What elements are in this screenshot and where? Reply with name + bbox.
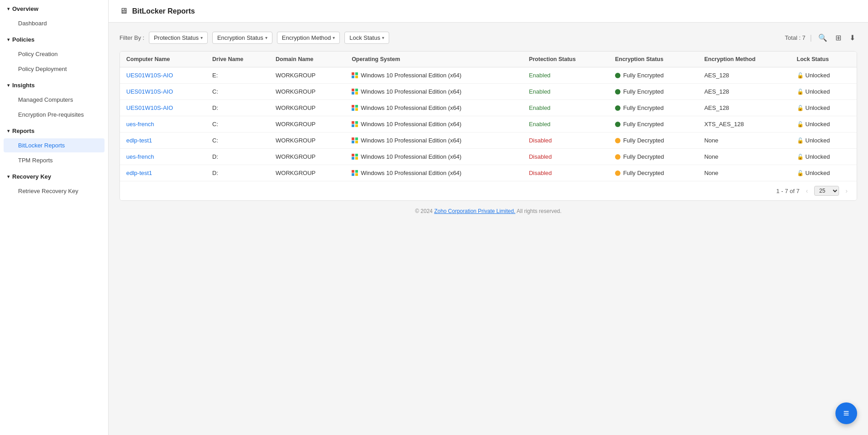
enc-dot-5 <box>615 154 620 160</box>
chevron-encryption-method-icon: ▾ <box>333 35 335 40</box>
filter-right-actions: Total : 7 | 🔍 ⊞ ⬇ <box>785 32 857 44</box>
sidebar-section-reports[interactable]: ▾ Reports <box>0 122 108 138</box>
main-content: 🖥 BitLocker Reports Filter By : Protecti… <box>109 0 868 435</box>
filter-encryption-status[interactable]: Encryption Status ▾ <box>212 32 272 44</box>
sidebar-section-policies[interactable]: ▾ Policies <box>0 31 108 47</box>
download-button[interactable]: ⬇ <box>848 32 857 44</box>
computer-link-1[interactable]: UES01W10S-AIO <box>126 88 173 95</box>
table-row: edlp-test1 D: WORKGROUP Windows 10 Profe… <box>120 165 857 181</box>
cell-drive-5: D: <box>206 149 269 165</box>
sidebar-section-insights[interactable]: ▾ Insights <box>0 76 108 92</box>
sidebar-item-dashboard[interactable]: Dashboard <box>4 16 105 30</box>
cell-os-3: Windows 10 Professional Edition (x64) <box>345 116 523 132</box>
filter-encryption-method-label: Encryption Method <box>282 34 331 41</box>
cell-encryption-6: Fully Decrypted <box>609 165 698 181</box>
sidebar-item-managed-computers[interactable]: Managed Computers <box>4 93 105 107</box>
filter-protection-status[interactable]: Protection Status ▾ <box>149 32 208 44</box>
cell-protection-0: Enabled <box>523 67 609 84</box>
sidebar: ▾ Overview Dashboard ▾ Policies Policy C… <box>0 0 109 435</box>
page-header: 🖥 BitLocker Reports <box>109 0 868 23</box>
col-os: Operating System <box>345 52 523 67</box>
cell-computer-3: ues-french <box>120 116 206 132</box>
enc-dot-3 <box>615 122 620 127</box>
sidebar-section-overview[interactable]: ▾ Overview <box>0 0 108 16</box>
prev-page-button[interactable]: ‹ <box>803 186 811 195</box>
enc-dot-6 <box>615 170 620 176</box>
cell-domain-3: WORKGROUP <box>269 116 345 132</box>
cell-protection-4: Disabled <box>523 132 609 149</box>
lock-icon-1: 🔓 <box>797 89 804 95</box>
sidebar-item-retrieve-recovery-key[interactable]: Retrieve Recovery Key <box>4 184 105 198</box>
footer-suffix: All rights reserved. <box>515 208 562 214</box>
os-icon-0 <box>352 72 358 79</box>
sidebar-item-policy-creation[interactable]: Policy Creation <box>4 47 105 61</box>
enc-dot-1 <box>615 89 620 95</box>
lock-icon-0: 🔓 <box>797 72 804 79</box>
page-title: BitLocker Reports <box>132 7 195 15</box>
sidebar-section-recovery-key-label: Recovery Key <box>12 173 51 180</box>
filter-lock-status[interactable]: Lock Status ▾ <box>344 32 389 44</box>
page-size-select[interactable]: 25 50 100 <box>814 186 839 196</box>
cell-method-6: None <box>698 165 790 181</box>
sidebar-section-recovery-key[interactable]: ▾ Recovery Key <box>0 168 108 184</box>
cell-drive-6: D: <box>206 165 269 181</box>
col-lock-status: Lock Status <box>791 52 857 67</box>
cell-encryption-5: Fully Decrypted <box>609 149 698 165</box>
os-icon-3 <box>352 121 358 128</box>
filter-protection-status-label: Protection Status <box>154 34 199 41</box>
divider: | <box>810 34 812 42</box>
data-table: Computer Name Drive Name Domain Name Ope… <box>120 52 857 181</box>
lock-icon-4: 🔓 <box>797 137 804 144</box>
cell-computer-0: UES01W10S-AIO <box>120 67 206 84</box>
computer-link-6[interactable]: edlp-test1 <box>126 170 152 176</box>
cell-method-3: XTS_AES_128 <box>698 116 790 132</box>
cell-domain-5: WORKGROUP <box>269 149 345 165</box>
cell-protection-6: Disabled <box>523 165 609 181</box>
chevron-insights-icon: ▾ <box>7 83 10 88</box>
col-encryption-status: Encryption Status <box>609 52 698 67</box>
computer-link-2[interactable]: UES01W10S-AIO <box>126 104 173 111</box>
computer-link-3[interactable]: ues-french <box>126 121 154 128</box>
computer-link-0[interactable]: UES01W10S-AIO <box>126 72 173 79</box>
search-button[interactable]: 🔍 <box>816 32 829 44</box>
filter-encryption-method[interactable]: Encryption Method ▾ <box>277 32 340 44</box>
enc-dot-0 <box>615 73 620 78</box>
grid-view-button[interactable]: ⊞ <box>834 32 843 44</box>
enc-dot-4 <box>615 138 620 143</box>
cell-drive-0: E: <box>206 67 269 84</box>
computer-link-4[interactable]: edlp-test1 <box>126 137 152 144</box>
filter-encryption-status-label: Encryption Status <box>217 34 263 41</box>
cell-domain-6: WORKGROUP <box>269 165 345 181</box>
table-row: UES01W10S-AIO D: WORKGROUP Windows 10 Pr… <box>120 100 857 116</box>
chevron-lock-status-icon: ▾ <box>382 35 384 40</box>
fab-menu-button[interactable]: ≡ <box>835 402 857 424</box>
sidebar-item-policy-deployment[interactable]: Policy Deployment <box>4 62 105 76</box>
cell-os-4: Windows 10 Professional Edition (x64) <box>345 132 523 149</box>
sidebar-item-tpm-reports[interactable]: TPM Reports <box>4 153 105 167</box>
table-row: UES01W10S-AIO C: WORKGROUP Windows 10 Pr… <box>120 84 857 100</box>
footer-link[interactable]: Zoho Corporation Private Limited. <box>434 208 515 214</box>
cell-encryption-4: Fully Decrypted <box>609 132 698 149</box>
table-row: edlp-test1 C: WORKGROUP Windows 10 Profe… <box>120 132 857 149</box>
next-page-button[interactable]: › <box>843 186 850 195</box>
cell-os-6: Windows 10 Professional Edition (x64) <box>345 165 523 181</box>
sidebar-section-overview-label: Overview <box>12 5 38 12</box>
col-domain-name: Domain Name <box>269 52 345 67</box>
col-encryption-method: Encryption Method <box>698 52 790 67</box>
cell-method-0: AES_128 <box>698 67 790 84</box>
lock-icon-5: 🔓 <box>797 154 804 160</box>
cell-domain-1: WORKGROUP <box>269 84 345 100</box>
chevron-protection-icon: ▾ <box>200 35 203 40</box>
filter-by-label: Filter By : <box>119 34 144 41</box>
cell-lock-1: 🔓 Unlocked <box>791 84 857 100</box>
os-icon-1 <box>352 89 358 95</box>
computer-link-5[interactable]: ues-french <box>126 153 154 160</box>
cell-computer-4: edlp-test1 <box>120 132 206 149</box>
sidebar-item-encryption-prereqs[interactable]: Encryption Pre-requisites <box>4 108 105 122</box>
sidebar-item-bitlocker-reports[interactable]: BitLocker Reports <box>4 138 105 152</box>
cell-protection-5: Disabled <box>523 149 609 165</box>
chevron-policies-icon: ▾ <box>7 37 10 42</box>
cell-method-1: AES_128 <box>698 84 790 100</box>
cell-drive-2: D: <box>206 100 269 116</box>
table-row: UES01W10S-AIO E: WORKGROUP Windows 10 Pr… <box>120 67 857 84</box>
